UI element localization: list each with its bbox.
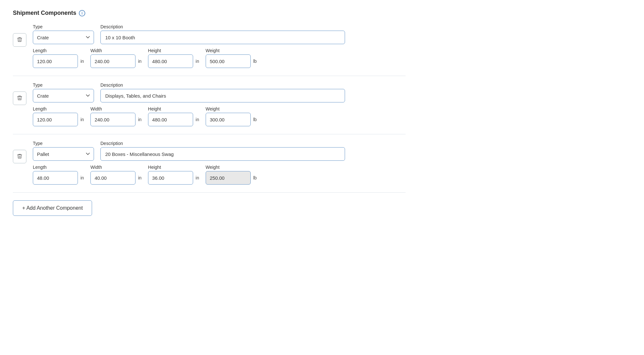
component-bottom-row-3: Length in Width in Hei (33, 165, 406, 185)
type-select-3[interactable]: CratePalletBoxOther (33, 147, 94, 161)
weight-field-group-3: Weight lb (206, 165, 257, 185)
weight-wrapper-1: lb (206, 54, 257, 68)
weight-input-2[interactable] (206, 113, 251, 126)
width-unit-1: in (138, 59, 142, 64)
trash-icon (17, 37, 23, 43)
component-bottom-row-1: Length in Width in Hei (33, 48, 406, 68)
length-unit-1: in (80, 59, 84, 64)
length-field-group-2: Length in (33, 106, 84, 126)
weight-input-1[interactable] (206, 54, 251, 68)
description-input-2[interactable] (100, 89, 345, 102)
length-unit-2: in (80, 117, 84, 122)
width-wrapper-1: in (90, 54, 142, 68)
length-field-group-1: Length in (33, 48, 84, 68)
length-input-3[interactable] (33, 171, 78, 185)
length-wrapper-2: in (33, 113, 84, 126)
type-field-group-3: Type CratePalletBoxOther (33, 141, 94, 161)
weight-field-group-1: Weight lb (206, 48, 257, 68)
height-label-1: Height (148, 48, 199, 53)
length-input-1[interactable] (33, 54, 78, 68)
height-label-2: Height (148, 106, 199, 111)
height-unit-2: in (196, 117, 199, 122)
description-field-group-1: Description (100, 24, 345, 44)
height-wrapper-3: in (148, 171, 199, 185)
height-label-3: Height (148, 165, 199, 170)
width-wrapper-2: in (90, 113, 142, 126)
width-wrapper-3: in (90, 171, 142, 185)
components-list: Type CratePalletBoxOther Description Len… (13, 24, 406, 193)
weight-input-3[interactable] (206, 171, 251, 185)
type-field-group-2: Type CratePalletBoxOther (33, 82, 94, 102)
weight-unit-1: lb (253, 59, 257, 64)
shipment-components-section: Shipment Components i Type CratePalletBo… (0, 0, 418, 225)
height-wrapper-2: in (148, 113, 199, 126)
weight-label-3: Weight (206, 165, 257, 170)
height-unit-1: in (196, 59, 199, 64)
delete-component-1-button[interactable] (13, 33, 26, 47)
weight-label-2: Weight (206, 106, 257, 111)
component-top-row-2: Type CratePalletBoxOther Description (33, 82, 406, 102)
length-label-2: Length (33, 106, 84, 111)
type-label-2: Type (33, 82, 94, 88)
type-label-1: Type (33, 24, 94, 29)
component-block-3: Type CratePalletBoxOther Description Len… (13, 134, 406, 193)
length-field-group-3: Length in (33, 165, 84, 185)
type-select-2[interactable]: CratePalletBoxOther (33, 89, 94, 102)
trash-icon (17, 95, 23, 102)
height-wrapper-1: in (148, 54, 199, 68)
height-input-2[interactable] (148, 113, 193, 126)
length-label-1: Length (33, 48, 84, 53)
width-input-2[interactable] (90, 113, 135, 126)
weight-unit-2: lb (253, 117, 257, 122)
height-input-1[interactable] (148, 54, 193, 68)
weight-field-group-2: Weight lb (206, 106, 257, 126)
type-field-group-1: Type CratePalletBoxOther (33, 24, 94, 44)
width-field-group-1: Width in (90, 48, 142, 68)
height-unit-3: in (196, 175, 199, 180)
width-unit-2: in (138, 117, 142, 122)
height-field-group-1: Height in (148, 48, 199, 68)
component-top-row-3: Type CratePalletBoxOther Description (33, 141, 406, 161)
weight-wrapper-2: lb (206, 113, 257, 126)
length-wrapper-1: in (33, 54, 84, 68)
length-label-3: Length (33, 165, 84, 170)
component-fields-2: Type CratePalletBoxOther Description Len… (33, 82, 406, 126)
length-wrapper-3: in (33, 171, 84, 185)
type-select-1[interactable]: CratePalletBoxOther (33, 31, 94, 44)
description-field-group-3: Description (100, 141, 345, 161)
component-block-2: Type CratePalletBoxOther Description Len… (13, 76, 406, 134)
weight-label-1: Weight (206, 48, 257, 53)
section-header: Shipment Components i (13, 10, 406, 16)
length-unit-3: in (80, 175, 84, 180)
height-input-3[interactable] (148, 171, 193, 185)
width-input-3[interactable] (90, 171, 135, 185)
add-component-button[interactable]: + Add Another Component (13, 200, 92, 216)
weight-unit-3: lb (253, 175, 257, 180)
component-fields-1: Type CratePalletBoxOther Description Len… (33, 24, 406, 68)
width-field-group-3: Width in (90, 165, 142, 185)
description-input-3[interactable] (100, 147, 345, 161)
width-field-group-2: Width in (90, 106, 142, 126)
trash-icon (17, 153, 23, 160)
delete-component-2-button[interactable] (13, 91, 26, 105)
width-label-1: Width (90, 48, 142, 53)
width-input-1[interactable] (90, 54, 135, 68)
description-input-1[interactable] (100, 31, 345, 44)
height-field-group-3: Height in (148, 165, 199, 185)
component-fields-3: Type CratePalletBoxOther Description Len… (33, 141, 406, 185)
type-label-3: Type (33, 141, 94, 146)
height-field-group-2: Height in (148, 106, 199, 126)
section-title: Shipment Components (13, 10, 76, 16)
component-bottom-row-2: Length in Width in Hei (33, 106, 406, 126)
description-label-1: Description (100, 24, 345, 29)
component-block-1: Type CratePalletBoxOther Description Len… (13, 24, 406, 76)
length-input-2[interactable] (33, 113, 78, 126)
weight-wrapper-3: lb (206, 171, 257, 185)
info-icon[interactable]: i (79, 10, 85, 16)
description-label-3: Description (100, 141, 345, 146)
delete-component-3-button[interactable] (13, 150, 26, 163)
width-label-2: Width (90, 106, 142, 111)
component-top-row-1: Type CratePalletBoxOther Description (33, 24, 406, 44)
description-field-group-2: Description (100, 82, 345, 102)
description-label-2: Description (100, 82, 345, 88)
